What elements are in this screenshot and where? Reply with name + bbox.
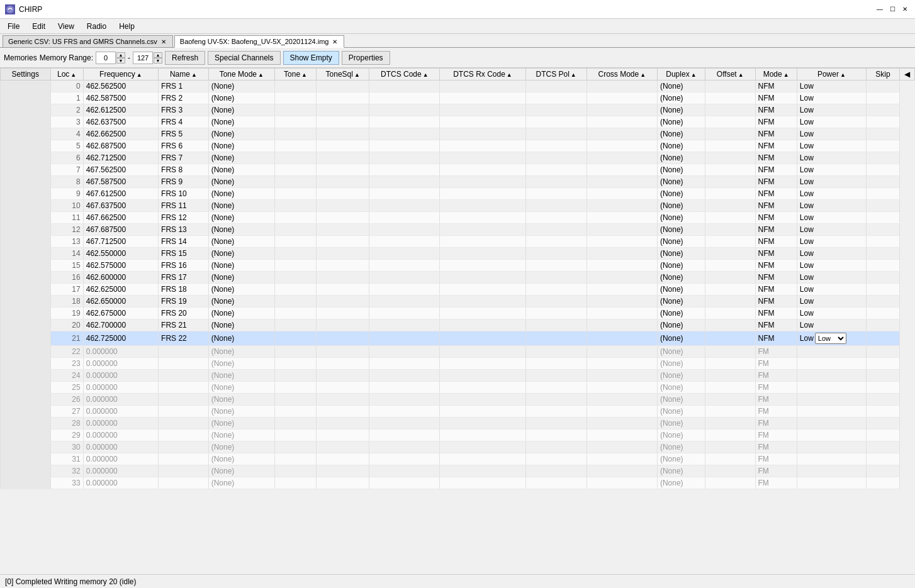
col-header-cross-mode[interactable]: Cross Mode▲ <box>587 69 657 80</box>
table-row[interactable]: 29 0.000000 (None) (None) FM <box>1 430 915 441</box>
table-row[interactable]: 20 462.700000 FRS 21 (None) (None) NFM L… <box>1 319 915 331</box>
table-row[interactable]: 0 462.562500 FRS 1 (None) (None) NFM Low <box>1 80 915 92</box>
col-header-offset[interactable]: Offset▲ <box>705 69 755 80</box>
cell-power: Low <box>797 284 866 296</box>
range-start-up[interactable]: ▲ <box>116 52 125 58</box>
range-start-down[interactable]: ▼ <box>116 58 125 64</box>
table-row[interactable]: 6 462.712500 FRS 7 (None) (None) NFM Low <box>1 152 915 164</box>
cell-tone <box>274 319 316 331</box>
cell-frequency: 462.712500 <box>83 152 158 164</box>
col-header-dtcs-code[interactable]: DTCS Code▲ <box>369 69 440 80</box>
table-row[interactable]: 3 462.637500 FRS 4 (None) (None) NFM Low <box>1 116 915 128</box>
cell-duplex: (None) <box>657 477 705 489</box>
cell-offset <box>705 370 755 382</box>
range-end-down[interactable]: ▼ <box>154 58 162 64</box>
menu-radio[interactable]: Radio <box>82 21 111 32</box>
table-row[interactable]: 30 0.000000 (None) (None) FM <box>1 441 915 453</box>
cell-offset <box>705 477 755 489</box>
range-end-input[interactable] <box>133 52 153 64</box>
col-header-name[interactable]: Name▲ <box>159 69 209 80</box>
range-start-input[interactable] <box>96 52 116 64</box>
table-row[interactable]: 23 0.000000 (None) (None) FM <box>1 358 915 370</box>
cell-tonesql <box>317 430 369 441</box>
tab-csv-close[interactable]: ✕ <box>160 38 167 45</box>
table-row[interactable]: 28 0.000000 (None) (None) FM <box>1 418 915 430</box>
power-select[interactable]: LowHigh <box>815 333 846 344</box>
refresh-button[interactable]: Refresh <box>165 51 205 65</box>
cell-skip <box>866 104 899 116</box>
table-row[interactable]: 7 467.562500 FRS 8 (None) (None) NFM Low <box>1 164 915 176</box>
tab-baofeng[interactable]: Baofeng UV-5X: Baofeng_UV-5X_20201124.im… <box>174 35 345 48</box>
menu-help[interactable]: Help <box>114 21 140 32</box>
table-row[interactable]: 21 462.725000 FRS 22 (None) (None) NFM L… <box>1 331 915 346</box>
table-row[interactable]: 9 467.612500 FRS 10 (None) (None) NFM Lo… <box>1 188 915 200</box>
table-row[interactable]: 14 462.550000 FRS 15 (None) (None) NFM L… <box>1 248 915 260</box>
range-end-up[interactable]: ▲ <box>154 52 162 58</box>
table-row[interactable]: 27 0.000000 (None) (None) FM <box>1 406 915 418</box>
menu-edit[interactable]: Edit <box>27 21 50 32</box>
show-empty-button[interactable]: Show Empty <box>283 51 339 65</box>
cell-tone-mode: (None) <box>208 128 274 140</box>
col-header-expand[interactable]: ◀ <box>900 69 915 80</box>
cell-dtcs-pol <box>525 140 587 152</box>
col-header-tonesql[interactable]: ToneSql▲ <box>317 69 369 80</box>
special-channels-button[interactable]: Special Channels <box>208 51 280 65</box>
col-header-frequency[interactable]: Frequency▲ <box>83 69 158 80</box>
table-row[interactable]: 24 0.000000 (None) (None) FM <box>1 370 915 382</box>
minimize-button[interactable]: — <box>875 4 885 14</box>
col-header-settings[interactable]: Settings <box>1 69 51 80</box>
table-row[interactable]: 26 0.000000 (None) (None) FM <box>1 394 915 406</box>
tab-csv[interactable]: Generic CSV: US FRS and GMRS Channels.cs… <box>3 35 173 47</box>
cell-dtcs-code <box>369 284 440 296</box>
col-header-tone[interactable]: Tone▲ <box>274 69 316 80</box>
cell-dtcs-rx-code <box>440 370 525 382</box>
table-row[interactable]: 33 0.000000 (None) (None) FM <box>1 477 915 489</box>
close-button[interactable]: ✕ <box>900 4 910 14</box>
table-row[interactable]: 1 462.587500 FRS 2 (None) (None) NFM Low <box>1 92 915 104</box>
table-row[interactable]: 4 462.662500 FRS 5 (None) (None) NFM Low <box>1 128 915 140</box>
cell-tone-mode: (None) <box>208 92 274 104</box>
col-header-duplex[interactable]: Duplex▲ <box>657 69 705 80</box>
table-row[interactable]: 22 0.000000 (None) (None) FM <box>1 346 915 358</box>
cell-name: FRS 13 <box>159 224 209 236</box>
properties-button[interactable]: Properties <box>342 51 390 65</box>
menu-view[interactable]: View <box>53 21 79 32</box>
table-row[interactable]: 12 467.687500 FRS 13 (None) (None) NFM L… <box>1 224 915 236</box>
col-header-skip[interactable]: Skip <box>866 69 899 80</box>
table-row[interactable]: 2 462.612500 FRS 3 (None) (None) NFM Low <box>1 104 915 116</box>
cell-cross-mode <box>587 465 657 477</box>
col-header-loc[interactable]: Loc▲ <box>50 69 83 80</box>
cell-offset <box>705 296 755 308</box>
cell-offset <box>705 140 755 152</box>
table-row[interactable]: 10 467.637500 FRS 11 (None) (None) NFM L… <box>1 200 915 212</box>
table-row[interactable]: 16 462.600000 FRS 17 (None) (None) NFM L… <box>1 272 915 284</box>
col-header-power[interactable]: Power▲ <box>797 69 866 80</box>
table-row[interactable]: 32 0.000000 (None) (None) FM <box>1 465 915 477</box>
cell-frequency: 0.000000 <box>83 453 158 465</box>
col-header-dtcs-rx-code[interactable]: DTCS Rx Code▲ <box>440 69 525 80</box>
table-row[interactable]: 11 467.662500 FRS 12 (None) (None) NFM L… <box>1 212 915 224</box>
table-row[interactable]: 19 462.675000 FRS 20 (None) (None) NFM L… <box>1 308 915 319</box>
tab-baofeng-close[interactable]: ✕ <box>331 38 339 45</box>
table-row[interactable]: 13 467.712500 FRS 14 (None) (None) NFM L… <box>1 236 915 248</box>
table-row[interactable]: 15 462.575000 FRS 16 (None) (None) NFM L… <box>1 260 915 272</box>
table-row[interactable]: 5 462.687500 FRS 6 (None) (None) NFM Low <box>1 140 915 152</box>
cell-cross-mode <box>587 308 657 319</box>
col-header-mode[interactable]: Mode▲ <box>755 69 797 80</box>
cell-dtcs-code <box>369 331 440 346</box>
cell-dtcs-pol <box>525 176 587 188</box>
cell-skip <box>866 418 899 430</box>
cell-loc: 0 <box>50 80 83 92</box>
menu-file[interactable]: File <box>3 21 25 32</box>
cell-skip <box>866 430 899 441</box>
table-row[interactable]: 17 462.625000 FRS 18 (None) (None) NFM L… <box>1 284 915 296</box>
cell-frequency: 467.687500 <box>83 224 158 236</box>
table-row[interactable]: 18 462.650000 FRS 19 (None) (None) NFM L… <box>1 296 915 308</box>
table-row[interactable]: 25 0.000000 (None) (None) FM <box>1 382 915 394</box>
maximize-button[interactable]: ☐ <box>887 4 897 14</box>
table-row[interactable]: 31 0.000000 (None) (None) FM <box>1 453 915 465</box>
col-header-tone-mode[interactable]: Tone Mode▲ <box>208 69 274 80</box>
cell-cross-mode <box>587 92 657 104</box>
table-row[interactable]: 8 467.587500 FRS 9 (None) (None) NFM Low <box>1 176 915 188</box>
col-header-dtcs-pol[interactable]: DTCS Pol▲ <box>525 69 587 80</box>
